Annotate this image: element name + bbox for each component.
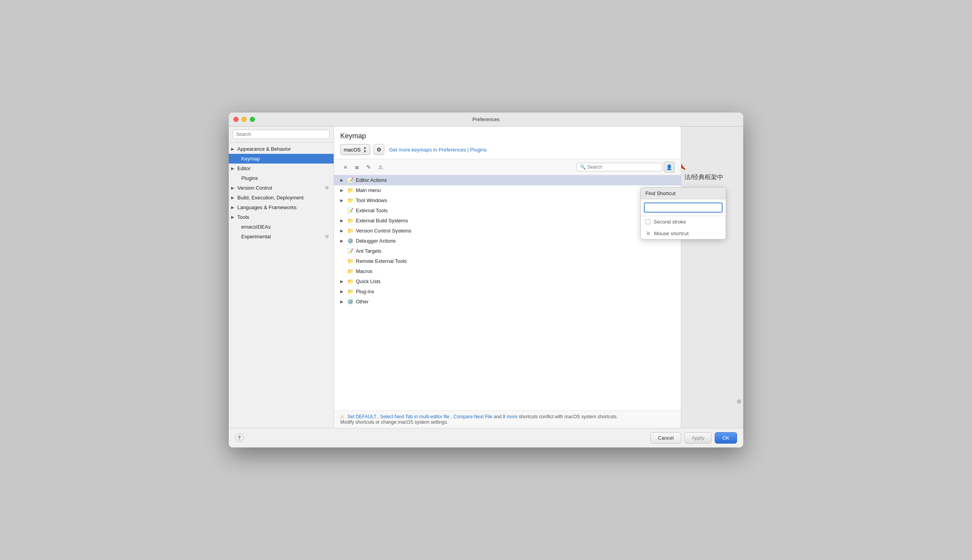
debugger-actions-icon: ⚙️ <box>347 238 353 244</box>
version-control-badge: ⚙ <box>325 185 329 190</box>
right-panel: 法/经典框架中 ⚙ <box>681 127 743 428</box>
tree-item-main-menu[interactable]: ▶ 📁 Main menu <box>334 185 681 195</box>
person-shortcut-icon: 👤 <box>666 164 672 170</box>
tree-item-other[interactable]: ▶ ⚙️ Other <box>334 297 681 307</box>
select-next-tab-link[interactable]: Select Next Tab in multi-editor file <box>380 414 450 419</box>
help-button[interactable]: ? <box>235 433 244 442</box>
expand-arrow-icon: ▶ <box>231 166 236 171</box>
gear-icon: ⚙ <box>376 146 382 153</box>
sidebar-item-keymap[interactable]: Keymap <box>229 154 334 164</box>
sidebar-item-experimental[interactable]: Experimental ⚙ <box>229 232 334 241</box>
tree-item-plug-ins[interactable]: ▶ 📁 Plug-ins <box>334 287 681 297</box>
compare-next-file-link[interactable]: Compare Next File <box>453 414 492 419</box>
tree-item-label: Debugger Actions <box>356 238 675 244</box>
other-icon: ⚙️ <box>347 299 353 305</box>
keymap-controls: macOS ▲▼ ⚙ Get more keymaps in Preferenc… <box>340 144 675 155</box>
tree-item-label: Plug-ins <box>356 289 675 294</box>
external-build-systems-icon: 📁 <box>347 218 353 224</box>
sidebar-item-appearance-behavior[interactable]: ▶ Appearance & Behavior <box>229 144 334 154</box>
editor-actions-icon: 📝 <box>347 177 353 183</box>
sidebar-item-emacs-ideas[interactable]: emacsIDEAs <box>229 222 334 232</box>
maximize-button[interactable] <box>250 117 255 122</box>
keymap-selector[interactable]: macOS ▲▼ <box>340 144 370 155</box>
tree-item-label: Other <box>356 299 675 305</box>
expand-icon: ▶ <box>340 198 346 203</box>
expand-all-button[interactable]: ≡ <box>340 162 350 172</box>
second-stroke-label: Second stroke <box>654 219 686 225</box>
mouse-shortcut-label: Mouse shortcut <box>654 231 689 236</box>
keymap-tree: ▶ 📝 Editor Actions ▶ 📁 Main menu ▶ 📁 Too… <box>334 175 681 410</box>
tree-item-label: External Tools <box>356 208 675 213</box>
edit-icon: ✎ <box>366 164 371 170</box>
find-shortcut-title: Find Shortcut <box>641 188 726 199</box>
sidebar-search-input[interactable] <box>233 130 330 139</box>
sidebar-item-label: Version Control <box>237 185 272 191</box>
sidebar-item-label: Build, Execution, Deployment <box>237 195 304 201</box>
get-more-keymaps-link[interactable]: Get more keymaps in Preferences | Plugin… <box>389 147 487 153</box>
find-shortcut-button[interactable]: 👤 <box>664 162 675 173</box>
sidebar-item-plugins[interactable]: Plugins <box>229 173 334 183</box>
keymap-gear-button[interactable]: ⚙ <box>373 144 384 155</box>
find-shortcut-search-input[interactable] <box>644 203 723 213</box>
dialog-buttons: ? Cancel Apply OK <box>229 428 743 447</box>
expand-icon: ▶ <box>340 188 346 193</box>
cancel-button[interactable]: Cancel <box>650 432 681 444</box>
more-link[interactable]: 8 more <box>503 414 517 419</box>
sidebar-item-version-control[interactable]: ▶ Version Control ⚙ <box>229 183 334 193</box>
sidebar-item-label: Appearance & Behavior <box>237 146 291 152</box>
preferences-window: Preferences ▶ Appearance & Behavior Keym… <box>229 113 743 447</box>
tree-item-external-build-systems[interactable]: ▶ 📁 External Build Systems <box>334 216 681 226</box>
sidebar: ▶ Appearance & Behavior Keymap ▶ Editor … <box>229 127 334 428</box>
tree-item-editor-actions[interactable]: ▶ 📝 Editor Actions <box>334 175 681 185</box>
ok-button[interactable]: OK <box>715 432 737 444</box>
sidebar-item-tools[interactable]: ▶ Tools <box>229 212 334 222</box>
content-area: Keymap macOS ▲▼ ⚙ Get more keymaps in Pr… <box>334 127 681 428</box>
collapse-all-button[interactable]: ≣ <box>352 162 362 172</box>
sidebar-item-label: Keymap <box>241 156 260 162</box>
sidebar-item-label: Tools <box>237 214 249 220</box>
apply-button[interactable]: Apply <box>684 432 712 444</box>
tree-item-remote-external-tools[interactable]: ▶ 📁 Remote External Tools <box>334 256 681 266</box>
tree-item-label: Editor Actions <box>356 177 675 183</box>
set-default-link[interactable]: Set DEFAULT <box>347 414 376 419</box>
mouse-icon: 🖱 <box>645 230 651 236</box>
expand-icon: ▶ <box>340 218 346 224</box>
tree-item-ant-targets[interactable]: ▶ 📝 Ant Targets <box>334 246 681 256</box>
edit-shortcut-button[interactable]: ✎ <box>364 162 374 172</box>
version-control-systems-icon: 📁 <box>347 228 353 234</box>
tree-item-label: Quick Lists <box>356 278 675 284</box>
second-stroke-option[interactable]: Second stroke <box>641 216 726 227</box>
tree-item-quick-lists[interactable]: ▶ 📁 Quick Lists <box>334 276 681 287</box>
traffic-lights <box>233 117 255 122</box>
close-button[interactable] <box>233 117 239 122</box>
status-text-4: shortcuts conflict with macOS system sho… <box>519 414 618 419</box>
sidebar-item-label: Plugins <box>241 175 258 181</box>
quick-lists-icon: 📁 <box>347 278 353 284</box>
expand-arrow-icon: ▶ <box>231 205 236 210</box>
sidebar-item-editor[interactable]: ▶ Editor <box>229 164 334 173</box>
search-icon: 🔍 <box>580 164 586 170</box>
keymap-selected-value: macOS <box>344 147 361 153</box>
warning-button[interactable]: ⚠ <box>375 162 385 172</box>
warning-icon: ⚠ <box>378 164 383 170</box>
tree-item-label: Version Control Systems <box>356 228 675 234</box>
tree-item-version-control-systems[interactable]: ▶ 📁 Version Control Systems <box>334 226 681 236</box>
tree-item-macros[interactable]: ▶ 📁 Macros <box>334 266 681 276</box>
sidebar-search-container <box>229 127 334 143</box>
tree-item-external-tools[interactable]: ▶ 📝 External Tools <box>334 206 681 216</box>
sidebar-item-label: Languages & Frameworks <box>237 204 297 210</box>
mouse-shortcut-option[interactable]: 🖱 Mouse shortcut <box>641 227 726 239</box>
tree-item-label: Remote External Tools <box>356 258 675 264</box>
sidebar-item-label: Editor <box>237 166 251 171</box>
collapse-all-icon: ≣ <box>355 164 359 170</box>
sidebar-item-build-execution[interactable]: ▶ Build, Execution, Deployment <box>229 193 334 203</box>
tree-item-debugger-actions[interactable]: ▶ ⚙️ Debugger Actions <box>334 236 681 246</box>
tree-item-tool-windows[interactable]: ▶ 📁 Tool Windows <box>334 195 681 206</box>
second-stroke-checkbox[interactable] <box>645 219 650 224</box>
sidebar-item-languages-frameworks[interactable]: ▶ Languages & Frameworks <box>229 203 334 212</box>
keymap-search-input[interactable] <box>587 164 659 170</box>
sidebar-item-label: Experimental <box>241 234 271 239</box>
minimize-button[interactable] <box>242 117 247 122</box>
keymap-select-arrows-icon: ▲▼ <box>363 146 367 153</box>
keymap-header: Keymap macOS ▲▼ ⚙ Get more keymaps in Pr… <box>334 127 681 159</box>
